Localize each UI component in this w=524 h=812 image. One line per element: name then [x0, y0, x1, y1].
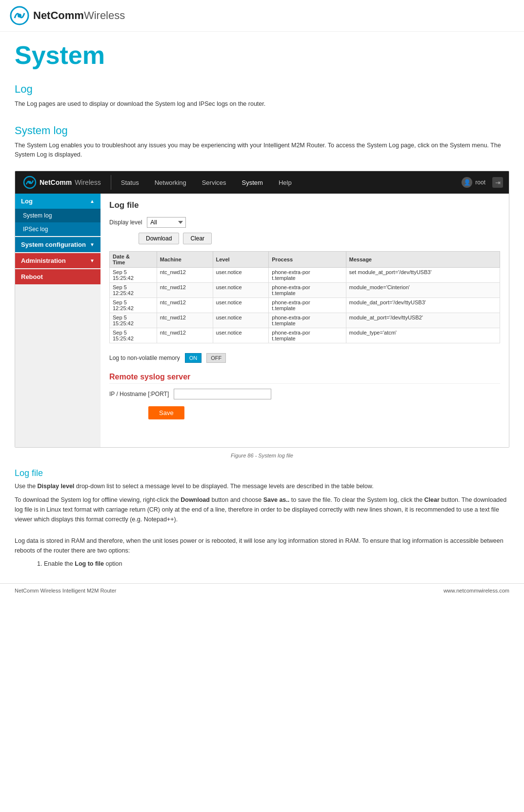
table-row: Sep 515:25:42 ntc_nwd12 user.notice phon…	[110, 328, 500, 343]
cell-process: phone-extra-port.template	[269, 313, 346, 328]
cell-process: phone-extra-port.template	[269, 298, 346, 313]
col-machine: Machine	[157, 252, 213, 268]
nav-item-system[interactable]: System	[234, 171, 271, 194]
list-item: Enable the Log to file option	[44, 559, 509, 569]
col-level: Level	[213, 252, 269, 268]
table-row: Sep 512:25:42 ntc_nwd12 user.notice phon…	[110, 298, 500, 313]
cell-message: set module_at_port='/dev/ttyUSB3'	[346, 268, 500, 283]
nv-row: Log to non-volatile memory ON OFF	[109, 350, 500, 366]
log-file-para1: Use the Display level drop-down list to …	[15, 481, 509, 491]
sidebar-syscfg-label: System configuration	[21, 241, 86, 248]
footer-left: NetComm Wireless Intelligent M2M Router	[15, 588, 116, 594]
chevron-down-icon: ▼	[90, 242, 95, 247]
chevron-down-icon-admin: ▼	[90, 258, 95, 263]
para1-bold: Display level	[38, 483, 75, 490]
logo-bold: NetComm	[33, 9, 84, 21]
router-body: Log ▲ System log IPSec log System config…	[15, 194, 509, 447]
cell-process: phone-extra-port.template	[269, 328, 346, 343]
sidebar-syscfg-section: System configuration ▼	[15, 237, 101, 252]
router-main-content: Log file Display level All Debug Info No…	[101, 194, 509, 447]
nav-logo-normal: Wireless	[75, 178, 101, 186]
chevron-up-icon: ▲	[90, 198, 95, 204]
nav-item-networking[interactable]: Networking	[147, 171, 194, 194]
ram-para1: Log data is stored in RAM and therefore,…	[15, 536, 509, 555]
remote-syslog-title: Remote syslog server	[109, 373, 500, 384]
cell-message: module_at_port='/dev/ttyUSB2'	[346, 313, 500, 328]
log-section-heading: Log	[0, 74, 524, 99]
cell-process: phone-extra-port.template	[269, 283, 346, 298]
cell-message: module_dat_port='/dev/ttyUSB3'	[346, 298, 500, 313]
log-section-description: The Log pages are used to display or dow…	[0, 99, 524, 116]
cell-level: user.notice	[213, 283, 269, 298]
para2-bold1: Download	[181, 496, 210, 503]
ram-list: Enable the Log to file option	[44, 559, 509, 569]
logo-normal: Wireless	[84, 9, 125, 21]
router-sidebar: Log ▲ System log IPSec log System config…	[15, 194, 101, 447]
figure-caption: Figure 86 - System log file	[0, 450, 524, 463]
sidebar-log-label: Log	[21, 198, 33, 205]
log-file-title: Log file	[109, 200, 500, 210]
para1-post: drop-down list to select a message level…	[74, 483, 373, 490]
cell-level: user.notice	[213, 328, 269, 343]
log-file-para2: To download the System log for offline v…	[15, 495, 509, 524]
clear-button[interactable]: Clear	[183, 233, 212, 244]
cell-message: module_mode='Cinterion'	[346, 283, 500, 298]
page-footer: NetComm Wireless Intelligent M2M Router …	[0, 583, 524, 597]
nav-item-help[interactable]: Help	[271, 171, 300, 194]
router-nav-logo: NetCommWireless	[15, 176, 109, 189]
sidebar-log-section: Log ▲ System log IPSec log	[15, 194, 101, 236]
sidebar-ipsec-log[interactable]: IPSec log	[15, 222, 101, 236]
logout-icon[interactable]: ⇥	[492, 177, 503, 188]
col-message: Message	[346, 252, 500, 268]
table-row: Sep 512:25:42 ntc_nwd12 user.notice phon…	[110, 283, 500, 298]
table-row: Sep 515:25:42 ntc_nwd12 user.notice phon…	[110, 268, 500, 283]
remote-ip-label: IP / Hostname [:PORT]	[109, 391, 169, 397]
sidebar-admin-header[interactable]: Administration ▼	[15, 253, 101, 268]
para2-pre: To download the System log for offline v…	[15, 496, 181, 503]
system-log-section-heading: System log	[0, 116, 524, 140]
display-level-select[interactable]: All Debug Info Notice Warning Error	[147, 217, 186, 228]
display-level-label: Display level	[109, 219, 142, 226]
para1-pre: Use the	[15, 483, 38, 490]
para2-bold2: Save as..	[263, 496, 290, 503]
download-button[interactable]: Download	[139, 233, 179, 244]
remote-ip-input[interactable]	[174, 389, 271, 399]
sidebar-syscfg-header[interactable]: System configuration ▼	[15, 237, 101, 252]
footer-right: www.netcommwireless.com	[443, 588, 509, 594]
save-button[interactable]: Save	[148, 406, 184, 419]
col-datetime: Date &Time	[110, 252, 157, 268]
user-icon: 👤	[462, 177, 472, 188]
page-header: NetCommWireless	[0, 0, 524, 32]
nav-item-services[interactable]: Services	[194, 171, 234, 194]
cell-machine: ntc_nwd12	[157, 313, 213, 328]
sidebar-system-log[interactable]: System log	[15, 209, 101, 222]
header-logo: NetCommWireless	[10, 6, 514, 25]
cell-machine: ntc_nwd12	[157, 268, 213, 283]
system-log-section-description: The System Log enables you to troublesho…	[0, 140, 524, 166]
cell-datetime: Sep 512:25:42	[110, 283, 157, 298]
nav-user: 👤 root ⇥	[456, 177, 509, 188]
remote-ip-row: IP / Hostname [:PORT]	[109, 389, 500, 399]
para2-post1: to save the file. To clear the System lo…	[289, 496, 424, 503]
sidebar-log-header[interactable]: Log ▲	[15, 194, 101, 209]
cell-process: phone-extra-port.template	[269, 268, 346, 283]
sidebar-admin-section: Administration ▼	[15, 253, 101, 268]
cell-level: user.notice	[213, 268, 269, 283]
page-main-title: System	[15, 41, 509, 69]
cell-datetime: Sep 515:25:42	[110, 313, 157, 328]
page-title-section: System	[0, 32, 524, 74]
sidebar-reboot[interactable]: Reboot	[15, 269, 101, 284]
toggle-off-button[interactable]: OFF	[206, 353, 226, 363]
col-process: Process	[269, 252, 346, 268]
sidebar-admin-label: Administration	[21, 257, 66, 264]
toggle-on-button[interactable]: ON	[185, 353, 202, 363]
buttons-row: Download Clear	[139, 233, 500, 244]
nav-logo-bold: NetComm	[40, 178, 72, 186]
svg-point-1	[18, 14, 21, 18]
cell-machine: ntc_nwd12	[157, 283, 213, 298]
svg-point-3	[28, 181, 31, 184]
nav-separator	[111, 175, 111, 190]
nav-item-status[interactable]: Status	[113, 171, 147, 194]
nav-items: Status Networking Services System Help	[113, 171, 456, 194]
cell-level: user.notice	[213, 298, 269, 313]
